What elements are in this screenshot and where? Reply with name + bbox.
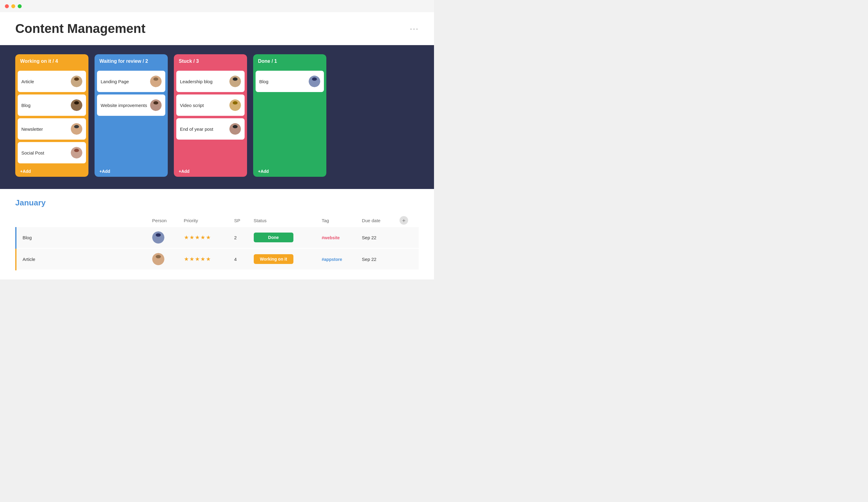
column-body-working: Article Blog Newsletter Social Post bbox=[15, 68, 89, 166]
card-title: Article bbox=[21, 79, 34, 85]
column-header-working: Working on it / 4 bbox=[15, 54, 89, 68]
row-actions bbox=[396, 227, 419, 248]
col-header-duedate: Due date bbox=[358, 214, 396, 227]
status-badge: Done bbox=[254, 232, 293, 242]
svg-point-14 bbox=[73, 153, 81, 158]
column-body-waiting: Landing Page Website improvements bbox=[94, 68, 168, 166]
svg-point-18 bbox=[152, 81, 160, 86]
svg-point-22 bbox=[152, 105, 160, 110]
svg-point-42 bbox=[154, 238, 162, 243]
kanban-card-working-0[interactable]: Article bbox=[18, 71, 86, 92]
column-header-stuck: Stuck / 3 bbox=[174, 54, 247, 68]
card-title: Newsletter bbox=[21, 126, 43, 132]
col-header-name bbox=[16, 214, 148, 227]
card-avatar bbox=[229, 100, 241, 111]
kanban-card-waiting-1[interactable]: Website improvements bbox=[97, 94, 165, 116]
card-avatar bbox=[71, 123, 82, 135]
table-section: January Person Priority SP Status Tag Du… bbox=[0, 189, 434, 280]
kanban-board: Working on it / 4Article Blog Newsletter… bbox=[0, 45, 434, 189]
kanban-column-stuck: Stuck / 3Leadership blog Video script En… bbox=[174, 54, 247, 177]
row-due-date: Sep 22 bbox=[358, 227, 396, 248]
table-row[interactable]: Article ★★★★★4Working on it#appstoreSep … bbox=[16, 248, 419, 270]
card-avatar bbox=[229, 123, 241, 135]
add-button-waiting[interactable]: +Add bbox=[94, 166, 168, 177]
svg-point-6 bbox=[73, 105, 81, 110]
col-header-add[interactable]: ＋ bbox=[396, 214, 419, 227]
more-options-button[interactable]: ··· bbox=[410, 24, 419, 33]
row-person bbox=[148, 227, 180, 248]
column-header-waiting: Waiting for review / 2 bbox=[94, 54, 168, 68]
content-table: Person Priority SP Status Tag Due date ＋… bbox=[15, 214, 419, 270]
card-avatar bbox=[229, 76, 241, 87]
row-priority: ★★★★★ bbox=[180, 248, 230, 270]
kanban-card-stuck-0[interactable]: Leadership blog bbox=[176, 71, 245, 92]
col-header-priority: Priority bbox=[180, 214, 230, 227]
table-row[interactable]: Blog ★★★★★2Done#websiteSep 22 bbox=[16, 227, 419, 248]
svg-point-46 bbox=[154, 259, 162, 264]
kanban-column-working: Working on it / 4Article Blog Newsletter… bbox=[15, 54, 89, 177]
card-avatar bbox=[150, 100, 162, 111]
card-avatar bbox=[71, 100, 82, 111]
card-avatar bbox=[71, 147, 82, 158]
svg-point-2 bbox=[73, 81, 81, 86]
status-badge: Working on it bbox=[254, 254, 293, 264]
kanban-card-stuck-2[interactable]: End of year post bbox=[176, 118, 245, 139]
column-header-done: Done / 1 bbox=[253, 54, 326, 68]
col-header-person: Person bbox=[148, 214, 180, 227]
card-title: End of year post bbox=[180, 126, 213, 132]
title-bar bbox=[0, 0, 434, 12]
table-month: January bbox=[15, 198, 419, 208]
add-button-stuck[interactable]: +Add bbox=[174, 166, 247, 177]
traffic-light-red[interactable] bbox=[5, 4, 9, 8]
svg-point-26 bbox=[231, 81, 239, 86]
col-header-status: Status bbox=[250, 214, 318, 227]
kanban-card-working-3[interactable]: Social Post bbox=[18, 142, 86, 163]
card-title: Blog bbox=[259, 79, 268, 85]
row-tag[interactable]: #website bbox=[318, 227, 358, 248]
card-avatar bbox=[71, 76, 82, 87]
card-avatar bbox=[309, 76, 320, 87]
row-name: Article bbox=[16, 248, 148, 270]
traffic-light-yellow[interactable] bbox=[11, 4, 15, 8]
row-tag[interactable]: #appstore bbox=[318, 248, 358, 270]
card-title: Social Post bbox=[21, 150, 44, 156]
svg-point-10 bbox=[73, 129, 81, 134]
header: Content Management ··· bbox=[0, 12, 434, 45]
kanban-column-waiting: Waiting for review / 2Landing Page Websi… bbox=[94, 54, 168, 177]
add-button-done[interactable]: +Add bbox=[253, 166, 326, 177]
col-header-sp: SP bbox=[230, 214, 250, 227]
kanban-card-done-0[interactable]: Blog bbox=[256, 71, 324, 92]
row-status: Done bbox=[250, 227, 318, 248]
row-person bbox=[148, 248, 180, 270]
kanban-card-waiting-0[interactable]: Landing Page bbox=[97, 71, 165, 92]
svg-point-34 bbox=[231, 129, 239, 134]
add-column-button[interactable]: ＋ bbox=[400, 216, 408, 224]
page-title: Content Management bbox=[15, 21, 145, 36]
add-button-working[interactable]: +Add bbox=[15, 166, 89, 177]
card-title: Website improvements bbox=[101, 102, 147, 108]
column-body-stuck: Leadership blog Video script End of year… bbox=[174, 68, 247, 166]
svg-point-30 bbox=[231, 105, 239, 110]
row-sp: 4 bbox=[230, 248, 250, 270]
card-title: Leadership blog bbox=[180, 79, 213, 85]
svg-point-38 bbox=[311, 81, 318, 86]
table-container: Person Priority SP Status Tag Due date ＋… bbox=[15, 214, 419, 270]
row-status: Working on it bbox=[250, 248, 318, 270]
card-title: Video script bbox=[180, 102, 204, 108]
kanban-card-stuck-1[interactable]: Video script bbox=[176, 94, 245, 116]
row-due-date: Sep 22 bbox=[358, 248, 396, 270]
column-body-done: Blog bbox=[253, 68, 326, 166]
row-sp: 2 bbox=[230, 227, 250, 248]
card-title: Landing Page bbox=[101, 79, 129, 85]
card-avatar bbox=[150, 76, 162, 87]
kanban-card-working-2[interactable]: Newsletter bbox=[18, 118, 86, 139]
row-actions bbox=[396, 248, 419, 270]
row-priority: ★★★★★ bbox=[180, 227, 230, 248]
row-name: Blog bbox=[16, 227, 148, 248]
traffic-light-green[interactable] bbox=[18, 4, 22, 8]
kanban-column-done: Done / 1Blog +Add bbox=[253, 54, 326, 177]
kanban-card-working-1[interactable]: Blog bbox=[18, 94, 86, 116]
card-title: Blog bbox=[21, 102, 31, 108]
col-header-tag: Tag bbox=[318, 214, 358, 227]
